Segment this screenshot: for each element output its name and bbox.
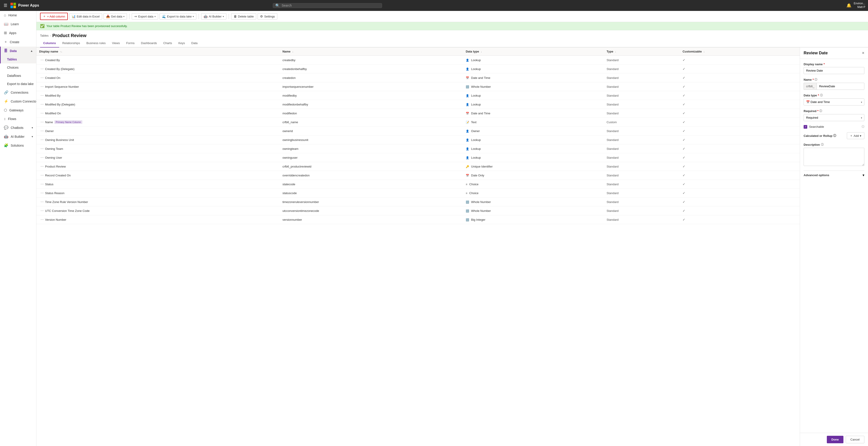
row-context-menu[interactable]: ⋯: [39, 120, 45, 124]
add-calculated-button[interactable]: ＋ Add ▾: [847, 132, 864, 139]
get-data-button[interactable]: 📥 Get data ▾: [103, 13, 127, 20]
sidebar-item-flows[interactable]: ↕ Flows: [0, 114, 36, 123]
customizable-cell: ✓: [680, 100, 800, 109]
name-input[interactable]: [816, 83, 864, 90]
hamburger-menu[interactable]: ☰: [3, 2, 8, 9]
export-lake-button[interactable]: 🌊 Export to data lake ▾: [159, 13, 196, 20]
row-context-menu[interactable]: ⋯: [39, 93, 45, 98]
tab-charts[interactable]: Charts: [160, 39, 175, 47]
data-type-icon: 👤: [466, 103, 469, 106]
info-icon[interactable]: ⓘ: [820, 94, 823, 97]
row-context-menu[interactable]: ⋯: [39, 182, 45, 186]
sidebar-item-gateways[interactable]: ⬡ Gateways: [0, 106, 36, 114]
table-row: ⋯ Name Primary Name Column crfb6_name 📝 …: [36, 118, 800, 127]
row-context-menu[interactable]: ⋯: [39, 75, 45, 80]
sidebar-item-custom-connectors[interactable]: ⚡ Custom Connectors: [0, 97, 36, 106]
data-type-cell: 📅 Date Only: [463, 171, 604, 180]
data-type-select[interactable]: 📅 Date and Time 📅 Date Only 📝 Text 🔢 Who…: [804, 98, 864, 105]
sidebar-item-chatbots[interactable]: 💬 Chatbots ▾: [0, 123, 36, 132]
add-column-button[interactable]: ＋ + Add column: [40, 13, 68, 20]
sort-icon: ↓: [704, 50, 705, 53]
th-data-type[interactable]: Data type ↓: [463, 47, 604, 56]
tab-forms[interactable]: Forms: [123, 39, 138, 47]
advanced-options-row[interactable]: Advanced options ▾: [804, 170, 864, 180]
sidebar-item-solutions[interactable]: 🧩 Solutions: [0, 141, 36, 150]
cancel-button[interactable]: Cancel: [846, 436, 864, 443]
display-name-cell: ⋯ Name Primary Name Column: [36, 118, 280, 127]
row-context-menu[interactable]: ⋯: [39, 67, 45, 71]
sidebar-item-apps[interactable]: ⊞ Apps: [0, 28, 36, 37]
required-group: Required * ⓘ Required Optional Recommend…: [804, 109, 864, 121]
info-icon[interactable]: ⓘ: [821, 143, 824, 147]
row-context-menu[interactable]: ⋯: [39, 146, 45, 151]
notification-icon[interactable]: 🔔: [846, 3, 851, 8]
settings-button[interactable]: ⚙ Settings: [257, 13, 277, 20]
export-data-button[interactable]: ⇒ Export data ▾: [132, 13, 158, 20]
search-input[interactable]: [282, 4, 379, 7]
row-context-menu[interactable]: ⋯: [39, 155, 45, 160]
info-icon[interactable]: ⓘ: [819, 109, 822, 113]
sidebar-item-choices[interactable]: Choices: [0, 63, 36, 72]
type-cell: Standard: [604, 91, 680, 100]
searchable-checkbox[interactable]: ✓: [804, 125, 807, 129]
columns-table: Display name ↑↓ Name ↓ Data type ↓: [36, 47, 800, 446]
row-context-menu[interactable]: ⋯: [39, 191, 45, 195]
tab-views[interactable]: Views: [109, 39, 123, 47]
row-context-menu[interactable]: ⋯: [39, 217, 45, 222]
th-customizable[interactable]: Customizable ↓: [680, 47, 800, 56]
th-display-name[interactable]: Display name ↑↓: [36, 47, 280, 56]
info-icon[interactable]: ⓘ: [814, 78, 817, 81]
search-bar[interactable]: 🔍: [273, 3, 382, 8]
tab-columns[interactable]: Columns: [40, 39, 59, 47]
customizable-cell: ✓: [680, 65, 800, 73]
sidebar-item-connections[interactable]: 🔗 Connections: [0, 88, 36, 97]
row-context-menu[interactable]: ⋯: [39, 208, 45, 213]
row-context-menu[interactable]: ⋯: [39, 200, 45, 204]
searchable-info-icon[interactable]: ⓘ: [862, 125, 864, 129]
row-context-menu[interactable]: ⋯: [39, 129, 45, 133]
tab-data[interactable]: Data: [188, 39, 201, 47]
delete-table-button[interactable]: 🗑 Delete table: [231, 13, 256, 20]
sidebar-item-learn[interactable]: 📖 Learn: [0, 20, 36, 28]
required-label: Required * ⓘ: [804, 109, 864, 113]
done-button[interactable]: Done: [827, 436, 843, 443]
sidebar-item-dataflows[interactable]: Dataflows: [0, 72, 36, 80]
display-name-input[interactable]: [804, 67, 864, 74]
microsoft-logo: [10, 3, 16, 8]
required-select[interactable]: Required Optional Recommended: [804, 114, 864, 121]
row-context-menu[interactable]: ⋯: [39, 84, 45, 89]
name-value: statuscode: [282, 192, 297, 195]
description-textarea[interactable]: [804, 148, 864, 166]
breadcrumb-tables-link[interactable]: Tables: [40, 34, 49, 37]
ai-builder-button[interactable]: 🤖 AI Builder ▾: [201, 13, 226, 20]
edit-excel-label: Edit data in Excel: [77, 15, 99, 18]
customizable-cell: ✓: [680, 153, 800, 162]
info-icon[interactable]: ⓘ: [833, 134, 836, 138]
row-context-menu[interactable]: ⋯: [39, 58, 45, 62]
row-context-menu[interactable]: ⋯: [39, 138, 45, 142]
sidebar-item-create[interactable]: ＋ Create: [0, 37, 36, 46]
th-name[interactable]: Name ↓: [280, 47, 463, 56]
row-context-menu[interactable]: ⋯: [39, 173, 45, 177]
display-name-cell: ⋯ Import Sequence Number: [36, 82, 280, 91]
sidebar-item-home[interactable]: ⌂ Home: [0, 11, 36, 20]
sidebar-item-tables[interactable]: Tables: [0, 55, 36, 63]
panel-close-button[interactable]: ×: [862, 51, 864, 56]
th-type[interactable]: Type ↓: [604, 47, 680, 56]
table-row: ⋯ Created By (Delegate) createdonbehalfb…: [36, 65, 800, 73]
sidebar-item-export-lake[interactable]: Export to data lake: [0, 80, 36, 88]
display-name-value: Status: [45, 182, 54, 186]
tab-dashboards[interactable]: Dashboards: [138, 39, 160, 47]
tab-keys[interactable]: Keys: [175, 39, 188, 47]
sidebar-item-data[interactable]: 🗄 Data ▲: [0, 46, 36, 55]
tab-business-rules[interactable]: Business rules: [83, 39, 109, 47]
customizable-check: ✓: [683, 58, 685, 62]
row-context-menu[interactable]: ⋯: [39, 102, 45, 107]
tab-relationships[interactable]: Relationships: [59, 39, 83, 47]
row-context-menu[interactable]: ⋯: [39, 111, 45, 115]
sidebar-item-ai-builder[interactable]: 🤖 AI Builder ▾: [0, 132, 36, 141]
row-context-menu[interactable]: ⋯: [39, 164, 45, 169]
display-name-cell: ⋯ Owner: [36, 127, 280, 135]
data-type-value: Text: [471, 121, 476, 124]
edit-excel-button[interactable]: 📊 Edit data in Excel: [69, 13, 102, 20]
